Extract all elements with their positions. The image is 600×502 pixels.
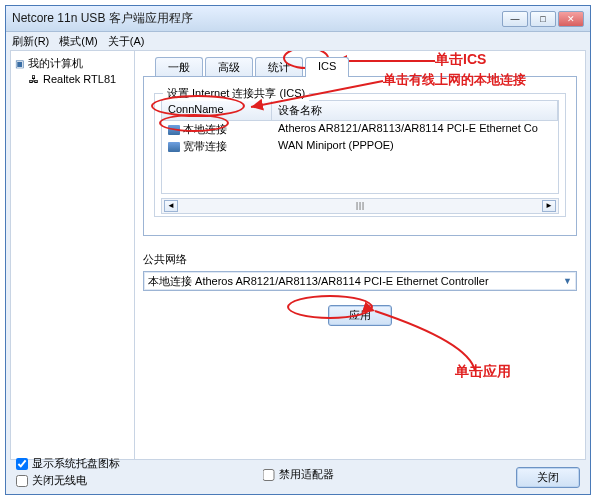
close-bottom-button[interactable]: 关闭 bbox=[516, 467, 580, 488]
row-name: 本地连接 bbox=[183, 122, 227, 137]
public-network-label: 公共网络 bbox=[143, 252, 577, 267]
check-tray-label: 显示系统托盘图标 bbox=[32, 456, 120, 471]
window-controls: — □ ✕ bbox=[502, 11, 584, 27]
menu-about[interactable]: 关于(A) bbox=[108, 34, 145, 48]
ics-group: 设置 Internet 连接共享 (ICS) ConnName 设备名称 本地连… bbox=[154, 93, 566, 217]
minimize-button[interactable]: — bbox=[502, 11, 528, 27]
tab-pane-ics: 设置 Internet 连接共享 (ICS) ConnName 设备名称 本地连… bbox=[143, 76, 577, 236]
tab-ics[interactable]: ICS bbox=[305, 57, 349, 77]
tab-strip: 一般 高级 统计 ICS bbox=[155, 57, 577, 77]
check-disable-adapter[interactable]: 禁用适配器 bbox=[263, 467, 334, 482]
left-checks: 显示系统托盘图标 关闭无线电 bbox=[16, 456, 120, 488]
public-network-select[interactable]: 本地连接 Atheros AR8121/AR8113/AR8114 PCI-E … bbox=[143, 271, 577, 291]
ics-group-label: 设置 Internet 连接共享 (ICS) bbox=[163, 86, 309, 101]
row-device: Atheros AR8121/AR8113/AR8114 PCI-E Ether… bbox=[272, 122, 558, 137]
menu-refresh[interactable]: 刷新(R) bbox=[12, 34, 49, 48]
scroll-track[interactable]: III bbox=[178, 200, 542, 212]
menubar: 刷新(R) 模式(M) 关于(A) bbox=[6, 32, 590, 50]
col-device[interactable]: 设备名称 bbox=[272, 101, 558, 120]
check-disable-adapter-label: 禁用适配器 bbox=[279, 467, 334, 482]
bottom-bar: 显示系统托盘图标 关闭无线电 禁用适配器 关闭 bbox=[10, 450, 586, 490]
list-header: ConnName 设备名称 bbox=[162, 101, 558, 121]
maximize-button[interactable]: □ bbox=[530, 11, 556, 27]
tree-adapter-label: Realtek RTL81 bbox=[43, 73, 116, 85]
connection-list[interactable]: ConnName 设备名称 本地连接 Atheros AR8121/AR8113… bbox=[161, 100, 559, 194]
col-connname[interactable]: ConnName bbox=[162, 101, 272, 120]
row-name: 宽带连接 bbox=[183, 139, 227, 154]
titlebar[interactable]: Netcore 11n USB 客户端应用程序 — □ ✕ bbox=[6, 6, 590, 32]
check-tray-box[interactable] bbox=[16, 458, 28, 470]
window-title: Netcore 11n USB 客户端应用程序 bbox=[12, 10, 502, 27]
check-wifi-off-label: 关闭无线电 bbox=[32, 473, 87, 488]
check-wifi-off[interactable]: 关闭无线电 bbox=[16, 473, 120, 488]
content-area: 我的计算机 Realtek RTL81 一般 高级 统计 ICS 设置 Inte… bbox=[10, 50, 586, 460]
tab-advanced[interactable]: 高级 bbox=[205, 57, 253, 77]
tree-root[interactable]: 我的计算机 bbox=[13, 55, 132, 72]
list-row-local[interactable]: 本地连接 Atheros AR8121/AR8113/AR8114 PCI-E … bbox=[162, 121, 558, 138]
menu-mode[interactable]: 模式(M) bbox=[59, 34, 98, 48]
list-row-broadband[interactable]: 宽带连接 WAN Miniport (PPPOE) bbox=[162, 138, 558, 155]
tree-adapter[interactable]: Realtek RTL81 bbox=[27, 72, 132, 86]
scroll-left-icon[interactable]: ◄ bbox=[164, 200, 178, 212]
check-wifi-off-box[interactable] bbox=[16, 475, 28, 487]
tree-root-label: 我的计算机 bbox=[28, 56, 83, 71]
scroll-right-icon[interactable]: ► bbox=[542, 200, 556, 212]
chevron-down-icon[interactable]: ▼ bbox=[563, 276, 572, 286]
sidebar-tree: 我的计算机 Realtek RTL81 bbox=[11, 51, 135, 459]
tab-general[interactable]: 一般 bbox=[155, 57, 203, 77]
anno-text-apply: 单击应用 bbox=[455, 363, 511, 381]
close-button[interactable]: ✕ bbox=[558, 11, 584, 27]
apply-button[interactable]: 应用 bbox=[328, 305, 392, 326]
network-icon bbox=[168, 125, 180, 135]
app-window: Netcore 11n USB 客户端应用程序 — □ ✕ 刷新(R) 模式(M… bbox=[5, 5, 591, 495]
apply-row: 应用 bbox=[143, 305, 577, 326]
check-tray[interactable]: 显示系统托盘图标 bbox=[16, 456, 120, 471]
check-disable-adapter-box[interactable] bbox=[263, 469, 275, 481]
row-device: WAN Miniport (PPPOE) bbox=[272, 139, 558, 154]
public-network-value: 本地连接 Atheros AR8121/AR8113/AR8114 PCI-E … bbox=[148, 274, 563, 289]
tab-stats[interactable]: 统计 bbox=[255, 57, 303, 77]
network-icon bbox=[168, 142, 180, 152]
horizontal-scrollbar[interactable]: ◄ III ► bbox=[161, 198, 559, 214]
main-panel: 一般 高级 统计 ICS 设置 Internet 连接共享 (ICS) Conn… bbox=[135, 51, 585, 459]
